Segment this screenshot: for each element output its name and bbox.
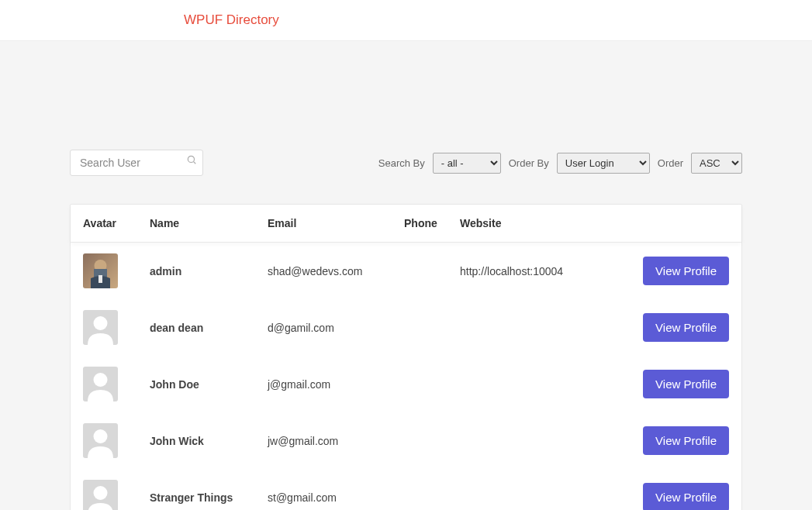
search-by-select[interactable]: - all - [433, 153, 501, 174]
cell-avatar [83, 310, 150, 345]
cell-avatar [83, 423, 150, 458]
cell-email: st@gmail.com [268, 491, 404, 504]
search-by-label: Search By [378, 157, 425, 169]
page-title: WPUF Directory [184, 12, 812, 28]
search-icon [186, 154, 197, 165]
order-select[interactable]: ASC [691, 153, 742, 174]
cell-name: John Wick [150, 435, 268, 447]
avatar [83, 310, 118, 345]
avatar [83, 253, 118, 288]
avatar-photo-icon [83, 253, 118, 288]
avatar [83, 367, 118, 401]
view-profile-button[interactable]: View Profile [643, 483, 729, 510]
table-row: dean deand@gamil.comView Profile [71, 299, 741, 356]
table-row: John Doej@gmail.comView Profile [71, 356, 741, 412]
avatar [83, 423, 118, 458]
cell-email: shad@wedevs.com [268, 265, 404, 277]
table-row: adminshad@wedevs.comhttp://localhost:100… [71, 243, 741, 299]
view-profile-button[interactable]: View Profile [643, 313, 729, 342]
avatar-placeholder-icon [83, 423, 118, 458]
order-label: Order [658, 157, 683, 169]
cell-action: View Profile [613, 313, 729, 342]
view-profile-button[interactable]: View Profile [643, 257, 729, 285]
filter-bar: Search By - all - Order By User Login Or… [70, 150, 742, 176]
avatar-placeholder-icon [83, 310, 118, 345]
table-row: John Wickjw@gmail.comView Profile [71, 412, 741, 469]
header-phone: Phone [404, 217, 460, 229]
cell-email: j@gmail.com [268, 378, 404, 391]
user-table: Avatar Name Email Phone Website adminsha… [70, 204, 742, 510]
cell-name: John Doe [150, 378, 268, 391]
order-by-select[interactable]: User Login [557, 153, 650, 174]
cell-action: View Profile [613, 370, 729, 398]
svg-point-6 [94, 373, 108, 387]
header-website: Website [460, 217, 613, 229]
svg-point-7 [94, 429, 108, 443]
page-header: WPUF Directory [0, 0, 812, 41]
svg-line-1 [194, 162, 196, 164]
table-body: adminshad@wedevs.comhttp://localhost:100… [71, 243, 741, 510]
cell-action: View Profile [613, 426, 729, 455]
avatar-placeholder-icon [83, 367, 118, 401]
svg-point-8 [94, 486, 108, 500]
cell-name: Stranger Things [150, 491, 268, 504]
view-profile-button[interactable]: View Profile [643, 426, 729, 455]
header-email: Email [268, 217, 404, 229]
svg-point-5 [94, 316, 108, 330]
header-name: Name [150, 217, 268, 229]
cell-avatar [83, 253, 150, 288]
cell-avatar [83, 367, 150, 401]
cell-name: admin [150, 265, 268, 277]
view-profile-button[interactable]: View Profile [643, 370, 729, 398]
cell-email: jw@gmail.com [268, 435, 404, 447]
search-wrapper [70, 150, 203, 176]
cell-website: http://localhost:10004 [460, 265, 613, 277]
table-header-row: Avatar Name Email Phone Website [71, 205, 741, 243]
cell-name: dean dean [150, 322, 268, 334]
cell-avatar [83, 480, 150, 510]
cell-action: View Profile [613, 483, 729, 510]
table-row: Stranger Thingsst@gmail.comView Profile [71, 469, 741, 510]
header-action [613, 217, 729, 229]
order-by-label: Order By [509, 157, 549, 169]
cell-email: d@gamil.com [268, 322, 404, 334]
svg-point-0 [188, 156, 194, 162]
avatar [83, 480, 118, 510]
cell-action: View Profile [613, 257, 729, 285]
content-wrapper: Search By - all - Order By User Login Or… [0, 41, 812, 510]
svg-rect-4 [98, 275, 102, 283]
search-input[interactable] [70, 150, 203, 176]
header-avatar: Avatar [83, 217, 150, 229]
avatar-placeholder-icon [83, 480, 118, 510]
